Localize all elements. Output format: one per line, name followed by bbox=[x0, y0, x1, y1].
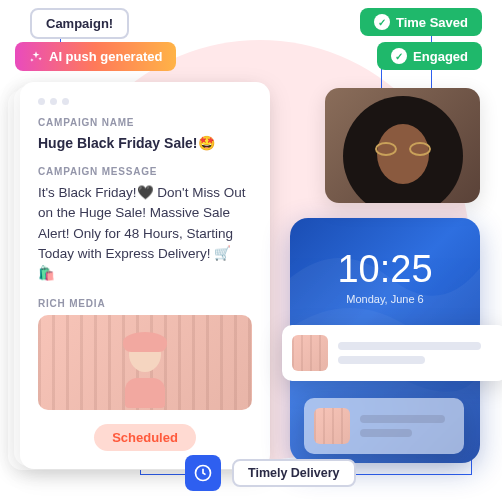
text-placeholder-line bbox=[360, 415, 445, 423]
notification-text bbox=[338, 335, 497, 371]
window-dot bbox=[38, 98, 45, 105]
campaign-card[interactable]: CAMPAIGN NAME Huge Black Friday Sale!🤩 C… bbox=[20, 82, 270, 469]
campaign-name-value: Huge Black Friday Sale!🤩 bbox=[38, 134, 252, 152]
lockscreen-date: Monday, June 6 bbox=[290, 293, 480, 305]
status-badge[interactable]: Scheduled bbox=[94, 424, 196, 451]
window-dot bbox=[62, 98, 69, 105]
rich-media-image bbox=[38, 315, 252, 410]
image-subject bbox=[120, 336, 170, 396]
notification-text bbox=[360, 408, 454, 444]
avatar bbox=[325, 88, 480, 203]
campaign-message-label: CAMPAIGN MESSAGE bbox=[38, 166, 252, 177]
clock-icon bbox=[185, 455, 221, 491]
text-placeholder-line bbox=[338, 356, 425, 364]
time-saved-badge: ✓ Time Saved bbox=[360, 8, 482, 36]
ai-push-label: AI push generated bbox=[49, 49, 162, 64]
timely-delivery-chip: Timely Delivery bbox=[232, 459, 356, 487]
window-dot bbox=[50, 98, 57, 105]
rich-media-label: RICH MEDIA bbox=[38, 298, 252, 309]
notification-card[interactable] bbox=[282, 325, 502, 381]
campaign-message-value: It's Black Friday!🖤 Don't Miss Out on th… bbox=[38, 183, 252, 284]
connector-line bbox=[140, 474, 188, 475]
sparkle-icon bbox=[29, 50, 43, 64]
check-icon: ✓ bbox=[391, 48, 407, 64]
campaign-chip: Campaign! bbox=[30, 8, 129, 39]
engaged-label: Engaged bbox=[413, 49, 468, 64]
window-dots bbox=[38, 98, 252, 105]
campaign-card-stack: CAMPAIGN NAME Huge Black Friday Sale!🤩 C… bbox=[10, 82, 260, 469]
notification-thumbnail bbox=[314, 408, 350, 444]
lockscreen-time: 10:25 bbox=[290, 248, 480, 291]
ai-push-badge: AI push generated bbox=[15, 42, 176, 71]
text-placeholder-line bbox=[338, 342, 481, 350]
text-placeholder-line bbox=[360, 429, 412, 437]
check-icon: ✓ bbox=[374, 14, 390, 30]
time-saved-label: Time Saved bbox=[396, 15, 468, 30]
notification-thumbnail bbox=[292, 335, 328, 371]
campaign-name-label: CAMPAIGN NAME bbox=[38, 117, 252, 128]
connector-line bbox=[352, 474, 472, 475]
engaged-badge: ✓ Engaged bbox=[377, 42, 482, 70]
notification-card[interactable] bbox=[304, 398, 464, 454]
